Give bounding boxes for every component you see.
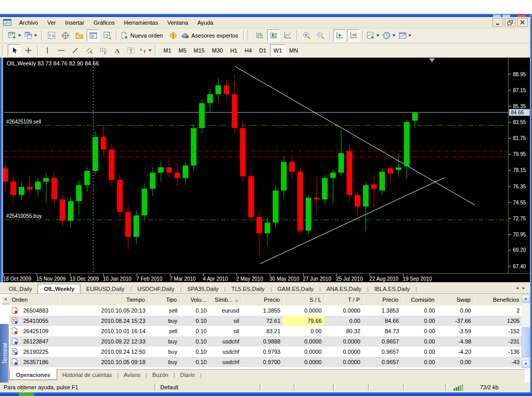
menu-ventana[interactable]: Ventana: [163, 18, 193, 27]
new-order-button[interactable]: Nueva orden: [120, 29, 165, 42]
toolbar-grip[interactable]: [2, 30, 5, 41]
chart-shift-button[interactable]: [347, 29, 360, 42]
chart-tab-spa35-daily[interactable]: SPA35,Daily: [182, 284, 223, 294]
chart-tab-ana-es-daily[interactable]: ANA.ES,Daily: [322, 284, 366, 294]
chart-tab-ibla-es-daily[interactable]: IBLA.ES,Daily: [370, 284, 414, 294]
timeframe-m5-button[interactable]: M5: [175, 44, 190, 57]
horizontal-line-button[interactable]: [55, 44, 68, 57]
column-header-precio2[interactable]: Precio: [363, 295, 402, 305]
menu-insertar[interactable]: Insertar: [60, 18, 89, 27]
chart-tab-tl5-es-daily[interactable]: TL5.ES,Daily: [227, 284, 269, 294]
menu-archivo[interactable]: Archivo: [14, 18, 43, 27]
column-header-tp[interactable]: T / P: [324, 295, 363, 305]
terminal-close-button[interactable]: ×: [2, 296, 10, 304]
timeframe-h4-button[interactable]: H4: [241, 44, 255, 57]
column-header-tipo[interactable]: Tipo: [148, 295, 180, 305]
scroll-down-button[interactable]: ▼: [522, 360, 530, 368]
navigator-button[interactable]: [73, 29, 86, 42]
scrollbar-thumb[interactable]: [522, 328, 530, 357]
order-row-25410055[interactable]: T254100552010.08.24 15:23buy0.10oil72.61…: [9, 316, 522, 326]
order-row-26425109[interactable]: 264251092010.10.01 16:14sell0.10oil83.21…: [9, 326, 522, 336]
dropdown-arrow-icon[interactable]: [376, 35, 379, 37]
terminal-side-tab[interactable]: Terminal: [0, 324, 9, 383]
vertical-line-button[interactable]: [41, 44, 54, 57]
terminal-button[interactable]: [87, 29, 99, 42]
dropdown-arrow-icon[interactable]: [392, 35, 395, 37]
periods-button[interactable]: [382, 29, 397, 42]
text-label-button[interactable]: T: [124, 44, 137, 57]
child-minimize-button[interactable]: [492, 18, 503, 27]
cursor-button[interactable]: [8, 44, 21, 57]
order-row-26504883[interactable]: 265048832010.10.05 20:13sell0.10eurusd1.…: [9, 305, 522, 316]
chart-tab-oil-weekly[interactable]: OIL,Weekly: [38, 284, 80, 294]
child-restore-button[interactable]: [505, 18, 516, 27]
metaeditor-button[interactable]: [167, 29, 179, 42]
column-header-simbolo[interactable]: Símb...: [209, 295, 242, 305]
orders-table-header[interactable]: OrdenTiempoTipoVolu...Símb...PrecioS / L…: [9, 295, 522, 306]
data-window-button[interactable]: [59, 29, 72, 42]
column-header-volumen[interactable]: Volu...: [180, 295, 209, 305]
menu-herramientas[interactable]: Herramientas: [119, 18, 162, 27]
chart-tab-eurusd-daily[interactable]: EURUSD,Daily: [81, 284, 129, 294]
bar-chart-button[interactable]: [253, 29, 266, 42]
column-header-sl[interactable]: S / L: [283, 295, 324, 305]
terminal-tab-avisos[interactable]: Avisos: [119, 370, 145, 380]
order-row-26357186[interactable]: 263571862010.10.05 09:18buy0.10usdchf0.9…: [9, 357, 522, 367]
tab-scroll-left-icon[interactable]: ◄: [515, 286, 519, 291]
zoom-out-button[interactable]: [314, 29, 327, 42]
crosshair-button[interactable]: [22, 44, 35, 57]
tab-scroll-right-icon[interactable]: ►: [522, 286, 526, 291]
timeframe-m30-button[interactable]: M30: [208, 44, 226, 57]
column-header-swap[interactable]: Swap: [438, 295, 474, 305]
column-header-comision[interactable]: Comisión: [402, 295, 438, 305]
menu-ayuda[interactable]: Ayuda: [193, 18, 218, 27]
scroll-up-button[interactable]: ▲: [522, 295, 530, 303]
dropdown-arrow-icon[interactable]: [34, 35, 37, 37]
indicators-button[interactable]: [366, 29, 381, 42]
chart-tab-oil-daily[interactable]: OIL,Daily: [4, 284, 37, 294]
arrows-button[interactable]: [138, 44, 153, 57]
column-header-precio[interactable]: Precio: [242, 295, 283, 305]
column-header-tiempo[interactable]: Tiempo: [59, 295, 148, 305]
chart-tab-usdchf-daily[interactable]: USDCHF,Daily: [132, 284, 179, 294]
terminal-tab-diario[interactable]: Diario: [175, 370, 200, 380]
column-header-orden[interactable]: Orden: [9, 295, 59, 305]
terminal-tab-buz-n[interactable]: Buzón: [147, 370, 173, 380]
menu-ver[interactable]: Ver: [43, 18, 61, 27]
timeframe-d1-button[interactable]: D1: [256, 44, 270, 57]
trendline-button[interactable]: [69, 44, 81, 57]
fibonacci-button[interactable]: F: [96, 44, 109, 57]
timeframe-m1-button[interactable]: M1: [160, 44, 175, 57]
profiles-button[interactable]: [24, 29, 39, 42]
timeframe-m15-button[interactable]: M15: [190, 44, 208, 57]
toolbar-grip[interactable]: [155, 45, 158, 56]
terminal-scrollbar[interactable]: ▲ ▼: [522, 295, 530, 368]
toolbar-grip[interactable]: [2, 45, 5, 56]
autoscroll-button[interactable]: [333, 29, 346, 42]
expert-advisors-button[interactable]: Asesores expertos: [180, 29, 241, 42]
line-chart-button[interactable]: [281, 29, 294, 42]
equidistant-channel-button[interactable]: E: [82, 44, 95, 57]
text-button[interactable]: A: [110, 44, 123, 57]
menu-graficos[interactable]: Gráficos: [89, 18, 120, 27]
terminal-tab-historial-de-cuentas[interactable]: Historial de cuentas: [57, 370, 118, 380]
timeframe-w1-button[interactable]: W1: [270, 44, 286, 57]
terminal-tab-operaciones[interactable]: Operaciones: [9, 369, 57, 380]
new-chart-button[interactable]: [8, 29, 23, 42]
order-row-26190225[interactable]: T261902252010.09.24 12:50buy0.10usdchf0.…: [9, 347, 522, 357]
candlesticks-button[interactable]: [267, 29, 280, 42]
dropdown-arrow-icon[interactable]: [18, 35, 21, 37]
timeframe-h1-button[interactable]: H1: [226, 44, 241, 57]
dropdown-arrow-icon[interactable]: [408, 35, 411, 37]
order-row-26123847[interactable]: 261238472010.09.22 12:33buy0.10usdchf0.9…: [9, 336, 522, 347]
child-close-button[interactable]: [517, 18, 528, 27]
strategy-tester-button[interactable]: [101, 29, 113, 42]
market-watch-button[interactable]: [45, 29, 58, 42]
toolbar-grip[interactable]: [247, 30, 251, 41]
price-chart[interactable]: #26425109 sell#25410055 buyOIL,Weekly 83…: [3, 58, 530, 282]
templates-button[interactable]: [398, 29, 413, 42]
timeframe-mn-button[interactable]: MN: [286, 44, 302, 57]
chart-tab-gam-es-daily[interactable]: GAM.ES,Daily: [273, 284, 318, 294]
zoom-in-button[interactable]: [300, 29, 313, 42]
column-header-beneficios[interactable]: Beneficios: [474, 295, 522, 305]
